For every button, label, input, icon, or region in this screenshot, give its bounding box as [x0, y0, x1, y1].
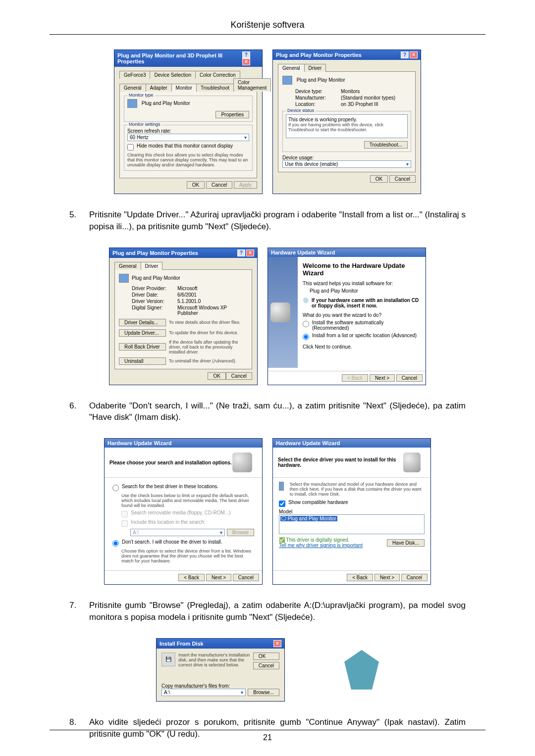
- browse-button[interactable]: Browse...: [248, 689, 279, 696]
- close-icon[interactable]: ×: [273, 640, 281, 647]
- titlebar: Plug and Play Monitor Properties ?×: [273, 50, 421, 60]
- refresh-combo[interactable]: 60 Hertz ▾: [127, 134, 249, 141]
- hide-modes-note: Clearing this check box allows you to se…: [127, 152, 249, 167]
- step-text: Odaberite "Don't search, I will..." (Ne …: [89, 400, 466, 424]
- wizard-device: Plug and Play Monitor: [310, 288, 421, 294]
- tab-driver[interactable]: Driver: [304, 64, 326, 72]
- tab-troubleshoot[interactable]: Troubleshoot: [196, 84, 234, 92]
- dlg-properties-3d: Plug and Play Monitor and 3D Prophet III…: [114, 50, 263, 194]
- gear-icon: [232, 453, 252, 472]
- tab-driver[interactable]: Driver: [141, 262, 163, 270]
- ok-button[interactable]: OK: [208, 372, 225, 380]
- dev-type-label: Device type:: [295, 89, 340, 94]
- monitor-type-value: Plug and Play Monitor: [142, 101, 190, 106]
- opt-dontsearch[interactable]: [112, 540, 119, 547]
- close-icon[interactable]: ×: [246, 250, 254, 256]
- upd-note: To update the driver for this device.: [169, 330, 248, 335]
- show-compatible[interactable]: [279, 501, 285, 507]
- help-icon[interactable]: ?: [242, 51, 250, 58]
- browse-button: Browse: [227, 529, 254, 536]
- help-icon[interactable]: ?: [401, 51, 409, 58]
- opt-list[interactable]: [303, 334, 309, 340]
- install-msg: Insert the manufacturer's installation d…: [178, 653, 250, 669]
- troubleshoot-button[interactable]: Troubleshoot...: [364, 141, 408, 149]
- dlg-wizard-welcome: Hardware Update Wizard Welcome to the Ha…: [268, 248, 426, 385]
- tab-general[interactable]: General: [119, 84, 146, 92]
- wizard-q: What do you want the wizard to do?: [303, 312, 421, 318]
- cd-icon: 💿: [303, 298, 309, 303]
- opt1-note: Use the check boxes below to limit or ex…: [121, 493, 254, 508]
- title-text: Plug and Play Monitor Properties: [112, 250, 198, 256]
- refresh-value: 60 Hertz: [130, 135, 149, 140]
- wizard-intro: This wizard helps you install software f…: [303, 281, 421, 286]
- ver-v: 5.1.2001.0: [177, 299, 248, 304]
- device-status-label: Device status: [286, 108, 316, 113]
- ok-button[interactable]: OK: [187, 181, 205, 189]
- cancel-button[interactable]: Cancel: [233, 574, 259, 581]
- next-button[interactable]: Next >: [370, 374, 395, 382]
- close-icon[interactable]: ×: [242, 58, 250, 65]
- next-button[interactable]: Next >: [374, 574, 400, 581]
- back-button[interactable]: < Back: [342, 374, 368, 382]
- opt-search[interactable]: [112, 485, 119, 491]
- dlg1-tabs-row2: General Adapter Monitor Troubleshoot Col…: [119, 78, 257, 92]
- title-text: Plug and Play Monitor Properties: [276, 52, 362, 58]
- ok-button[interactable]: OK: [253, 653, 279, 660]
- back-button[interactable]: < Back: [347, 574, 373, 581]
- date-v: 6/6/2001: [177, 292, 248, 298]
- hide-modes-checkbox[interactable]: [127, 144, 134, 151]
- cancel-button[interactable]: Cancel: [401, 574, 428, 581]
- device-name: Plug and Play Monitor: [132, 275, 180, 280]
- properties-button[interactable]: Properties: [215, 111, 249, 118]
- step-number: 6.: [69, 400, 89, 424]
- opt2: Install from a list or specific location…: [312, 333, 417, 338]
- tab-general[interactable]: General: [114, 262, 141, 270]
- cancel-button[interactable]: Cancel: [226, 372, 252, 380]
- step-5: 5. Pritisnite "Update Driver..." Ažurira…: [69, 209, 466, 233]
- det-note: To view details about the driver files.: [169, 320, 248, 325]
- model-v: Plug and Play Monitor: [288, 516, 336, 521]
- tab-general[interactable]: General: [278, 64, 305, 72]
- cancel-button[interactable]: Cancel: [389, 175, 416, 183]
- ver-l: Driver Version:: [132, 299, 176, 304]
- hide-modes-label: Hide modes that this monitor cannot disp…: [137, 143, 233, 149]
- tab-colormgmt[interactable]: Color Management: [233, 78, 271, 92]
- chevron-down-icon: ▾: [241, 690, 243, 695]
- opt2-note: Choose this option to select the device …: [121, 549, 254, 563]
- dlg-pnp-general: Plug and Play Monitor Properties ?× Gene…: [272, 50, 421, 194]
- uninstall-button[interactable]: Uninstall: [119, 357, 166, 365]
- page-number: 21: [0, 733, 535, 742]
- apply-button[interactable]: Apply: [234, 181, 257, 189]
- footer: 21: [0, 730, 535, 742]
- cancel-button[interactable]: Cancel: [206, 181, 232, 189]
- tab-color-correction[interactable]: Color Correction: [195, 71, 240, 79]
- help-icon[interactable]: ?: [237, 250, 245, 256]
- tab-monitor[interactable]: Monitor: [171, 84, 197, 92]
- model-list[interactable]: 🖵 Plug and Play Monitor: [279, 514, 425, 534]
- loc-value: on 3D Prophet III: [341, 101, 411, 107]
- cancel-button[interactable]: Cancel: [396, 374, 423, 382]
- tab-geforce3[interactable]: GeForce3: [119, 71, 150, 79]
- tab-adapter[interactable]: Adapter: [146, 84, 172, 92]
- rollback-button[interactable]: Roll Back Driver: [119, 343, 166, 351]
- update-driver-button[interactable]: Update Driver...: [119, 329, 166, 337]
- step-number: 5.: [69, 209, 89, 233]
- next-button[interactable]: Next >: [206, 574, 231, 581]
- tab-device-selection[interactable]: Device Selection: [150, 71, 195, 79]
- close-icon[interactable]: ×: [410, 51, 418, 58]
- back-button[interactable]: < Back: [178, 574, 205, 581]
- driver-details-button[interactable]: Driver Details...: [119, 319, 166, 326]
- cancel-button[interactable]: Cancel: [253, 662, 279, 669]
- usage-combo[interactable]: Use this device (enable) ▾: [282, 160, 411, 168]
- usage-value: Use this device (enable): [285, 161, 338, 167]
- tell-link[interactable]: Tell me why driver signing is important: [279, 543, 363, 548]
- opt-auto[interactable]: [303, 321, 309, 327]
- step-text: Pritisnite gumb "Browse" (Pregledaj), a …: [89, 600, 466, 623]
- chk-location: [121, 520, 128, 527]
- path-combo[interactable]: A:\▾: [161, 689, 246, 696]
- monitor-icon: [127, 99, 137, 108]
- have-disk-button[interactable]: Have Disk...: [387, 539, 425, 547]
- dev-type-value: Monitors: [341, 89, 411, 94]
- ok-button[interactable]: OK: [370, 175, 388, 183]
- show-chk: Show compatible hardware: [288, 500, 348, 505]
